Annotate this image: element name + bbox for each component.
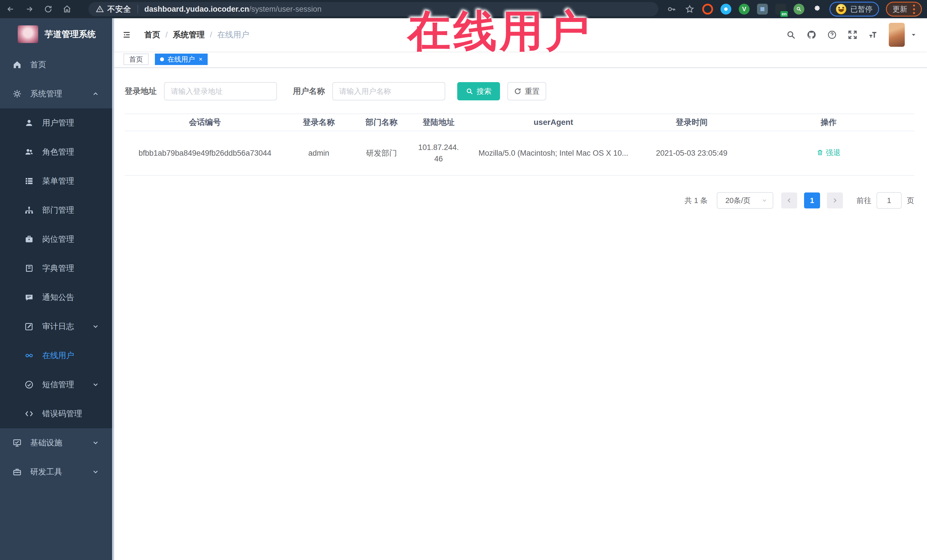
search-button[interactable]: 搜索 [457, 82, 500, 100]
help-icon[interactable] [827, 29, 837, 40]
sidebar-item-role-mgmt[interactable]: 角色管理 [0, 137, 114, 167]
extension-translate-icon[interactable]: en [775, 4, 786, 15]
divider [137, 5, 138, 14]
cell-session-id: bfbb1ab79ba849e49fb26ddb56a73044 [125, 147, 285, 159]
prev-page-button[interactable] [781, 193, 797, 208]
gear-icon [12, 89, 22, 99]
sidebar-collapse-icon[interactable] [121, 29, 132, 41]
code-icon [24, 408, 34, 419]
extension-en-badge: en [780, 11, 788, 17]
cell-actions: 强退 [743, 147, 914, 159]
extension-green-v-icon[interactable]: V [739, 4, 749, 15]
refresh-icon [514, 88, 521, 95]
cell-username: admin [285, 147, 352, 159]
sidebar-item-label: 研发工具 [30, 466, 62, 477]
update-chip[interactable]: 更新 [886, 2, 922, 17]
chevron-down-icon [92, 381, 99, 389]
breadcrumb-separator: / [166, 30, 168, 39]
extension-gray-icon[interactable] [757, 4, 768, 15]
url-domain: dashboard.yudao.iocoder.cn [144, 5, 249, 14]
sidebar-item-online-users[interactable]: 在线用户 [0, 341, 114, 370]
sidebar-item-system[interactable]: 系统管理 [0, 79, 114, 108]
breadcrumb-home[interactable]: 首页 [144, 29, 160, 40]
reload-icon[interactable] [43, 4, 53, 14]
sidebar-item-infrastructure[interactable]: 基础设施 [0, 428, 114, 457]
caret-down-icon[interactable] [910, 32, 917, 38]
extension-blue-icon[interactable] [720, 4, 731, 15]
puzzle-extensions-icon[interactable] [812, 4, 823, 15]
page-size-select[interactable]: 20条/页 [717, 192, 773, 209]
chevron-down-icon [92, 468, 99, 476]
reset-button[interactable]: 重置 [508, 82, 546, 100]
login-address-label: 登录地址 [125, 86, 157, 97]
forward-icon[interactable] [24, 4, 34, 14]
navbar: 首页 / 系统管理 / 在线用户 [114, 18, 927, 51]
sidebar-item-dept-mgmt[interactable]: 部门管理 [0, 196, 114, 225]
tag-home[interactable]: 首页 [123, 54, 149, 65]
login-address-input[interactable] [164, 82, 277, 100]
sidebar-item-label: 菜单管理 [42, 176, 74, 187]
user-avatar[interactable] [889, 23, 905, 47]
tag-close-icon[interactable]: × [199, 56, 202, 62]
sidebar-item-label: 岗位管理 [42, 234, 74, 244]
sidebar-item-post-mgmt[interactable]: 岗位管理 [0, 225, 114, 254]
table-row: bfbb1ab79ba849e49fb26ddb56a73044 admin 研… [125, 131, 914, 176]
logo-image [18, 25, 38, 43]
page-1-button[interactable]: 1 [804, 193, 820, 208]
sidebar-item-notice[interactable]: 通知公告 [0, 283, 114, 312]
cell-user-agent: Mozilla/5.0 (Macintosh; Intel Mac OS X 1… [467, 147, 640, 159]
filter-form: 登录地址 用户名称 搜索 重置 [125, 82, 914, 100]
sidebar-item-dev-tools[interactable]: 研发工具 [0, 457, 114, 486]
paused-label: 已暂停 [850, 4, 872, 14]
profile-paused-chip[interactable]: 已暂停 [830, 2, 879, 17]
dictionary-icon [24, 263, 34, 273]
sidebar-logo[interactable]: 芋道管理系统 [0, 18, 114, 50]
back-icon[interactable] [6, 4, 15, 14]
sidebar-item-label: 系统管理 [30, 88, 62, 99]
bookmark-star-icon[interactable] [685, 4, 695, 14]
url-path: /system/user-session [249, 5, 322, 14]
extension-orange-icon[interactable] [702, 4, 713, 15]
goto-label: 前往 [857, 196, 871, 206]
logo-title: 芋道管理系统 [44, 29, 96, 40]
sidebar-item-label: 部门管理 [42, 205, 74, 216]
sidebar-item-home[interactable]: 首页 [0, 50, 114, 79]
cell-login-time: 2021-05-03 23:05:49 [640, 147, 743, 159]
next-page-button[interactable] [827, 193, 843, 208]
sms-icon [24, 379, 34, 390]
home-button-icon[interactable] [62, 4, 72, 14]
sidebar-scrollbar[interactable] [112, 18, 114, 560]
font-size-icon[interactable] [868, 29, 878, 40]
col-login-time: 登录时间 [640, 117, 743, 128]
github-icon[interactable] [806, 29, 817, 40]
goto-page-input[interactable] [877, 192, 902, 209]
screen: 不安全 dashboard.yudao.iocoder.cn /system/u… [0, 0, 927, 560]
key-icon[interactable] [666, 4, 676, 14]
update-label: 更新 [892, 4, 907, 14]
tag-online-users[interactable]: 在线用户 × [155, 54, 208, 65]
sidebar-item-user-mgmt[interactable]: 用户管理 [0, 108, 114, 137]
extension-search-icon[interactable] [793, 4, 804, 15]
fullscreen-icon[interactable] [847, 29, 858, 40]
table-header-row: 会话编号 登录名称 部门名称 登陆地址 userAgent 登录时间 操作 [125, 114, 914, 131]
sidebar-item-audit-log[interactable]: 审计日志 [0, 312, 114, 341]
page-content: 登录地址 用户名称 搜索 重置 会话编号 [114, 68, 927, 209]
sidebar-item-menu-mgmt[interactable]: 菜单管理 [0, 167, 114, 196]
sidebar-item-dict-mgmt[interactable]: 字典管理 [0, 254, 114, 283]
trash-icon [817, 149, 824, 156]
chevron-down-icon [92, 439, 99, 446]
system-submenu: 用户管理 角色管理 菜单管理 部门管理 岗位管理 [0, 108, 114, 428]
col-session-id: 会话编号 [125, 117, 285, 128]
sidebar-item-sms-mgmt[interactable]: 短信管理 [0, 370, 114, 399]
force-logout-button[interactable]: 强退 [817, 147, 840, 158]
breadcrumb-system[interactable]: 系统管理 [173, 29, 205, 40]
address-bar[interactable]: 不安全 dashboard.yudao.iocoder.cn /system/u… [88, 2, 658, 16]
sidebar-item-label: 角色管理 [42, 147, 74, 157]
breadcrumb-separator: / [210, 30, 212, 39]
breadcrumb-current: 在线用户 [217, 29, 249, 40]
username-input[interactable] [332, 82, 445, 100]
audit-log-icon [24, 321, 34, 332]
browser-menu-icon[interactable] [913, 5, 915, 14]
sidebar-item-errcode-mgmt[interactable]: 错误码管理 [0, 399, 114, 428]
search-icon[interactable] [786, 29, 796, 40]
